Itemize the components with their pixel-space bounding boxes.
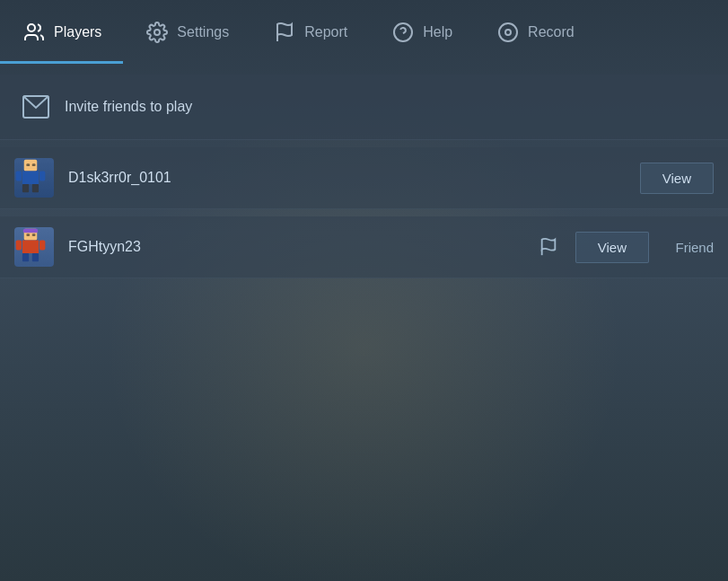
tab-help[interactable]: Help — [369, 0, 474, 64]
svg-rect-13 — [39, 172, 45, 181]
tab-record-label: Record — [528, 24, 575, 40]
friend-badge: Friend — [660, 240, 714, 255]
tab-report-label: Report — [304, 24, 347, 40]
svg-rect-12 — [16, 172, 22, 181]
player-row: FGHtyyn23 View Friend — [0, 216, 728, 278]
tab-players-label: Players — [54, 24, 101, 40]
svg-point-0 — [28, 24, 35, 31]
tab-players[interactable]: Players — [0, 0, 123, 64]
tab-report[interactable]: Report — [250, 0, 369, 64]
invite-icon — [22, 92, 50, 121]
tab-settings-label: Settings — [177, 24, 229, 40]
svg-rect-10 — [22, 184, 29, 192]
tab-record[interactable]: Record — [474, 0, 596, 64]
svg-rect-14 — [26, 163, 30, 166]
svg-rect-19 — [22, 253, 29, 261]
report-icon — [272, 20, 297, 45]
invite-text: Invite friends to play — [65, 99, 192, 115]
svg-rect-17 — [23, 229, 38, 233]
svg-rect-23 — [26, 233, 30, 236]
help-icon — [390, 20, 416, 45]
svg-rect-21 — [16, 241, 22, 251]
player-actions: View Friend — [532, 231, 714, 263]
avatar — [14, 227, 54, 267]
svg-point-5 — [499, 23, 517, 41]
svg-point-1 — [154, 30, 160, 35]
players-icon — [22, 20, 47, 45]
svg-rect-22 — [39, 241, 45, 251]
svg-rect-18 — [22, 241, 39, 254]
settings-icon — [145, 20, 170, 45]
invite-friends-row[interactable]: Invite friends to play — [0, 75, 728, 140]
player-actions: View — [640, 163, 714, 194]
record-icon — [496, 20, 521, 45]
svg-rect-24 — [32, 233, 36, 236]
view-button[interactable]: View — [575, 232, 649, 263]
svg-point-6 — [505, 30, 511, 35]
svg-rect-9 — [22, 172, 39, 185]
tab-help-label: Help — [423, 24, 452, 40]
tab-settings[interactable]: Settings — [123, 0, 250, 64]
content-area: Invite friends to play — [0, 66, 728, 518]
svg-rect-20 — [32, 253, 39, 261]
avatar — [14, 158, 54, 198]
svg-rect-15 — [32, 163, 36, 166]
svg-rect-11 — [32, 184, 39, 192]
player-username: D1sk3rr0r_0101 — [68, 170, 640, 186]
report-player-icon[interactable] — [532, 231, 565, 263]
main-container: Players Settings Report — [0, 0, 728, 581]
view-button[interactable]: View — [640, 163, 714, 194]
player-row: D1sk3rr0r_0101 View — [0, 147, 728, 209]
player-username: FGHtyyn23 — [68, 239, 532, 255]
